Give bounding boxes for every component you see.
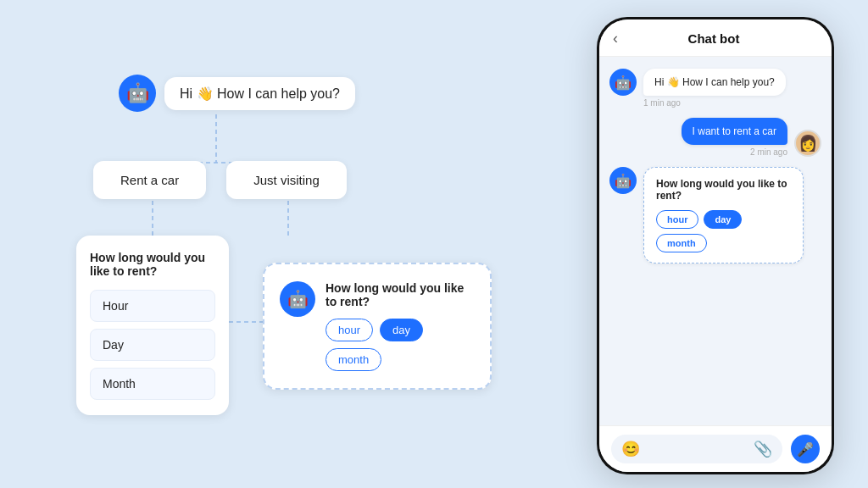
- phone-header: ‹ Chat bot: [599, 19, 832, 57]
- mic-button[interactable]: 🎤: [791, 435, 820, 463]
- chat-option-month[interactable]: month: [656, 234, 707, 252]
- user-message-1: I want to rent a car 2 min ago 👩: [609, 118, 821, 157]
- bot-msg-time-1: 1 min ago: [643, 98, 786, 108]
- mic-icon: 🎤: [797, 441, 814, 458]
- bot-question-chat: How long would you like to rent? hour da…: [643, 167, 804, 263]
- greeting-text: Hi 👋 How I can help you?: [180, 86, 340, 101]
- option-rent-car[interactable]: Rent a car: [93, 161, 206, 199]
- chat-option-hour[interactable]: hour: [656, 210, 698, 229]
- greeting-bubble: Hi 👋 How I can help you?: [164, 77, 355, 110]
- rent-box-title: How long would you like to rent?: [90, 251, 215, 278]
- chat-option-day[interactable]: day: [704, 210, 742, 229]
- question-box-content: How long would you like to rent? hour da…: [326, 281, 475, 371]
- option-just-visiting[interactable]: Just visiting: [226, 161, 347, 199]
- question-box: 🤖 How long would you like to rent? hour …: [263, 263, 492, 390]
- diagram-area: 🤖 Hi 👋 How I can help you? Rent a car Ju…: [51, 34, 458, 474]
- back-button[interactable]: ‹: [613, 30, 618, 47]
- bot-greeting: 🤖 Hi 👋 How I can help you?: [119, 75, 355, 112]
- rent-option-month[interactable]: Month: [90, 368, 215, 400]
- q-option-month[interactable]: month: [326, 348, 381, 371]
- user-msg-time-1: 2 min ago: [750, 147, 787, 157]
- question-box-title: How long would you like to rent?: [326, 281, 475, 308]
- phone-footer: 😊 📎 🎤: [599, 425, 832, 472]
- bot-avatar-large: 🤖: [119, 75, 156, 112]
- user-avatar: 👩: [794, 130, 821, 157]
- user-bubble-1: I want to rent a car: [682, 118, 787, 145]
- footer-input-area: 😊 📎: [611, 435, 782, 463]
- rent-option-day[interactable]: Day: [90, 329, 215, 361]
- bot-message-1: 🤖 Hi 👋 How I can help you? 1 min ago: [609, 69, 821, 108]
- q-option-day[interactable]: day: [380, 319, 423, 341]
- options-row: Rent a car Just visiting: [93, 161, 347, 199]
- phone-mockup: ‹ Chat bot 🤖 Hi 👋 How I can help you? 1 …: [597, 17, 834, 474]
- emoji-icon[interactable]: 😊: [621, 440, 640, 458]
- bot-avatar-question: 🤖: [280, 281, 315, 317]
- bot-msg-avatar-q: 🤖: [609, 167, 637, 194]
- chat-options-row: hour day month: [656, 210, 791, 252]
- question-options-row: hour day month: [326, 319, 475, 371]
- q-option-hour[interactable]: hour: [326, 319, 373, 341]
- attach-icon[interactable]: 📎: [754, 440, 772, 458]
- phone-inner: ‹ Chat bot 🤖 Hi 👋 How I can help you? 1 …: [599, 19, 832, 472]
- bot-message-question: 🤖 How long would you like to rent? hour …: [609, 167, 821, 263]
- bot-msg-avatar-1: 🤖: [609, 69, 637, 96]
- bot-question-text: How long would you like to rent?: [656, 178, 787, 202]
- rent-option-hour[interactable]: Hour: [90, 290, 215, 322]
- user-msg-time-wrapper: I want to rent a car 2 min ago: [682, 118, 787, 157]
- bot-msg-content-1: Hi 👋 How I can help you? 1 min ago: [643, 69, 786, 108]
- phone-title: Chat bot: [626, 31, 801, 46]
- bot-msg-content-q: How long would you like to rent? hour da…: [643, 167, 821, 263]
- chat-area: 🤖 Hi 👋 How I can help you? 1 min ago I w…: [599, 57, 832, 425]
- bot-bubble-1: Hi 👋 How I can help you?: [643, 69, 786, 96]
- rent-question-box: How long would you like to rent? Hour Da…: [76, 236, 229, 415]
